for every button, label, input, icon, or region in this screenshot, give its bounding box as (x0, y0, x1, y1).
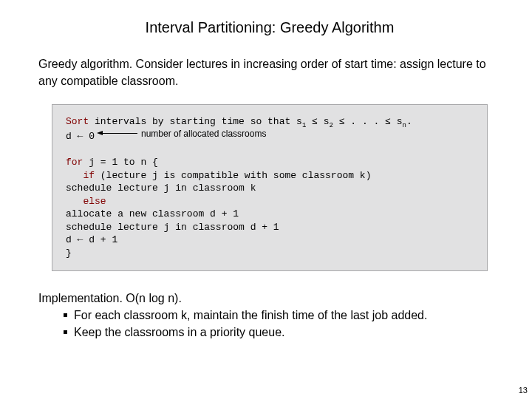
annotation-arrow-line (102, 133, 137, 134)
code-text: j = 1 to n { (83, 157, 157, 168)
implementation-line: Implementation. O(n log n). (38, 292, 505, 305)
bullet-item: For each classroom k, maintain the finis… (64, 307, 511, 324)
code-line-10: } (66, 247, 477, 260)
keyword-if: if (83, 170, 95, 181)
keyword-sort: Sort (66, 116, 89, 127)
code-line-8: schedule lecture j in classroom d + 1 (66, 221, 477, 234)
code-text: . (406, 116, 412, 127)
code-text: ≤ . . . ≤ s (333, 116, 403, 127)
code-line-1: Sort intervals by starting time so that … (66, 115, 477, 130)
code-text: ≤ s (306, 116, 329, 127)
impl-lead: Implementation. (38, 292, 123, 304)
intro-lead: Greedy algorithm. (38, 58, 132, 70)
intro-paragraph: Greedy algorithm. Consider lectures in i… (38, 55, 505, 89)
code-line-7: allocate a new classroom d + 1 (66, 208, 477, 221)
impl-body: O(n log n). (123, 292, 182, 304)
code-text: intervals by starting time so that s (89, 116, 302, 127)
code-line-5: schedule lecture j in classroom k (66, 182, 477, 195)
code-line-9: d ← d + 1 (66, 233, 477, 247)
code-line-2: d ← 0 (66, 130, 477, 143)
slide: Interval Partitioning: Greedy Algorithm … (0, 0, 532, 341)
code-text: (lecture j is compatible with some class… (95, 170, 371, 181)
code-blank (66, 143, 477, 157)
keyword-for: for (66, 157, 83, 168)
code-line-6: else (66, 195, 477, 208)
bullet-item: Keep the classrooms in a priority queue. (64, 324, 511, 341)
code-line-3: for j = 1 to n { (66, 156, 477, 169)
annotation-label: number of allocated classrooms (141, 128, 266, 140)
slide-title: Interval Partitioning: Greedy Algorithm (28, 19, 511, 36)
pseudocode-box: Sort intervals by starting time so that … (52, 104, 488, 270)
annotation-arrow-head-icon (97, 131, 103, 135)
implementation-bullets: For each classroom k, maintain the finis… (28, 307, 511, 341)
code-line-4: if (lecture j is compatible with some cl… (66, 169, 477, 183)
page-number: 13 (519, 386, 528, 395)
keyword-else: else (83, 196, 106, 207)
